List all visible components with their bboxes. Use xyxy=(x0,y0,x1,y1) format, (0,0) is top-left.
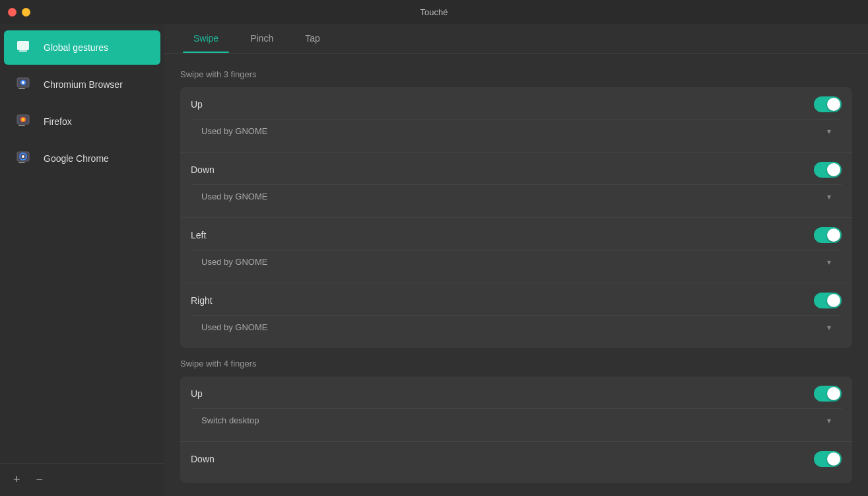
gesture-3f-down-dropdown[interactable]: Used by GNOME ▾ xyxy=(191,184,842,208)
sidebar-footer: + − xyxy=(0,463,164,496)
gesture-3f-left-dropdown[interactable]: Used by GNOME ▾ xyxy=(191,250,842,273)
gesture-3f-down-top: Down xyxy=(191,162,842,178)
toggle-knob xyxy=(827,294,840,307)
svg-rect-1 xyxy=(19,50,27,52)
toggle-knob xyxy=(827,98,840,111)
titlebar: Touché xyxy=(0,0,868,24)
content-area: Swipe Pinch Tap Swipe with 3 fingers Up xyxy=(164,24,868,496)
gesture-3f-up-toggle[interactable] xyxy=(814,96,842,112)
sidebar-item-chromium-label: Chromium Browser xyxy=(44,79,123,90)
svg-point-9 xyxy=(22,118,24,121)
tab-pinch[interactable]: Pinch xyxy=(234,24,289,53)
chevron-down-icon: ▾ xyxy=(827,416,831,425)
chevron-down-icon: ▾ xyxy=(827,127,831,136)
section-4fingers-header: Swipe with 4 fingers xyxy=(180,359,852,369)
sidebar-item-global-gestures-label: Global gestures xyxy=(44,42,108,53)
gesture-3f-left-top: Left xyxy=(191,227,842,243)
gesture-3f-right-dropdown[interactable]: Used by GNOME ▾ xyxy=(191,315,842,339)
gesture-4f-up-label: Up xyxy=(191,388,203,399)
sidebar: Global gestures Chromium Browser xyxy=(0,24,164,496)
gesture-4f-down-toggle[interactable] xyxy=(814,451,842,467)
gesture-4f-up-top: Up xyxy=(191,386,842,402)
section-3fingers-header: Swipe with 3 fingers xyxy=(180,69,852,79)
gesture-4f-up: Up Switch desktop ▾ xyxy=(180,376,852,442)
svg-rect-6 xyxy=(18,88,25,89)
svg-point-5 xyxy=(22,81,24,84)
gesture-3f-right-toggle[interactable] xyxy=(814,293,842,308)
chevron-down-icon: ▾ xyxy=(827,323,831,332)
gesture-3f-down-toggle[interactable] xyxy=(814,162,842,178)
remove-app-button[interactable]: − xyxy=(34,470,46,489)
gesture-3f-down-label: Down xyxy=(191,164,215,175)
toggle-knob xyxy=(827,163,840,176)
tab-tap[interactable]: Tap xyxy=(289,24,336,53)
chrome-icon xyxy=(15,148,36,169)
svg-rect-10 xyxy=(18,125,25,126)
gesture-4f-down: Down xyxy=(180,442,852,483)
svg-rect-0 xyxy=(17,41,29,50)
gesture-3f-right: Right Used by GNOME ▾ xyxy=(180,283,852,348)
svg-rect-14 xyxy=(18,162,25,163)
titlebar-buttons xyxy=(8,8,30,17)
gesture-4f-down-top: Down xyxy=(191,451,842,467)
gesture-3f-right-label: Right xyxy=(191,295,213,306)
gesture-3f-down-action: Used by GNOME xyxy=(201,192,267,201)
chromium-icon xyxy=(15,74,36,95)
gesture-4f-up-action: Switch desktop xyxy=(201,415,259,425)
sidebar-item-firefox-label: Firefox xyxy=(44,116,72,127)
sidebar-item-chrome-label: Google Chrome xyxy=(44,153,109,164)
gesture-3f-left: Left Used by GNOME ▾ xyxy=(180,218,852,283)
gesture-3f-down: Down Used by GNOME ▾ xyxy=(180,153,852,218)
svg-marker-2 xyxy=(30,44,33,52)
gesture-3f-up-top: Up xyxy=(191,96,842,112)
gesture-3f-up-dropdown[interactable]: Used by GNOME ▾ xyxy=(191,119,842,143)
gesture-4f-down-label: Down xyxy=(191,454,215,464)
toggle-knob xyxy=(827,229,840,242)
gesture-3f-up-action: Used by GNOME xyxy=(201,126,267,136)
svg-point-13 xyxy=(22,155,24,158)
scroll-area[interactable]: Swipe with 3 fingers Up Used by GNOME ▾ xyxy=(164,53,868,496)
gesture-3f-left-action: Used by GNOME xyxy=(201,257,267,267)
tabs-bar: Swipe Pinch Tap xyxy=(164,24,868,53)
close-button[interactable] xyxy=(8,8,17,17)
sidebar-item-chromium[interactable]: Chromium Browser xyxy=(4,67,160,102)
toggle-knob xyxy=(827,387,840,400)
global-gestures-icon xyxy=(15,37,36,58)
chevron-down-icon: ▾ xyxy=(827,258,831,267)
gesture-3f-up-label: Up xyxy=(191,99,203,110)
chevron-down-icon: ▾ xyxy=(827,192,831,201)
gestures-4fingers: Up Switch desktop ▾ Down xyxy=(180,376,852,483)
add-app-button[interactable]: + xyxy=(11,470,23,489)
gesture-3f-left-toggle[interactable] xyxy=(814,227,842,243)
sidebar-item-chrome[interactable]: Google Chrome xyxy=(4,141,160,176)
gesture-3f-right-top: Right xyxy=(191,293,842,308)
toggle-knob xyxy=(827,452,840,466)
sidebar-item-global-gestures[interactable]: Global gestures xyxy=(4,30,160,65)
gesture-3f-left-label: Left xyxy=(191,230,206,240)
minimize-button[interactable] xyxy=(22,8,30,17)
gesture-4f-up-dropdown[interactable]: Switch desktop ▾ xyxy=(191,408,842,432)
tab-swipe[interactable]: Swipe xyxy=(178,24,234,53)
firefox-icon xyxy=(15,111,36,132)
app-title: Touché xyxy=(420,7,448,17)
gesture-4f-up-toggle[interactable] xyxy=(814,386,842,402)
gestures-3fingers: Up Used by GNOME ▾ Down xyxy=(180,87,852,348)
gesture-3f-right-action: Used by GNOME xyxy=(201,322,267,332)
gesture-3f-up: Up Used by GNOME ▾ xyxy=(180,87,852,153)
main-layout: Global gestures Chromium Browser xyxy=(0,24,868,496)
sidebar-item-firefox[interactable]: Firefox xyxy=(4,104,160,139)
